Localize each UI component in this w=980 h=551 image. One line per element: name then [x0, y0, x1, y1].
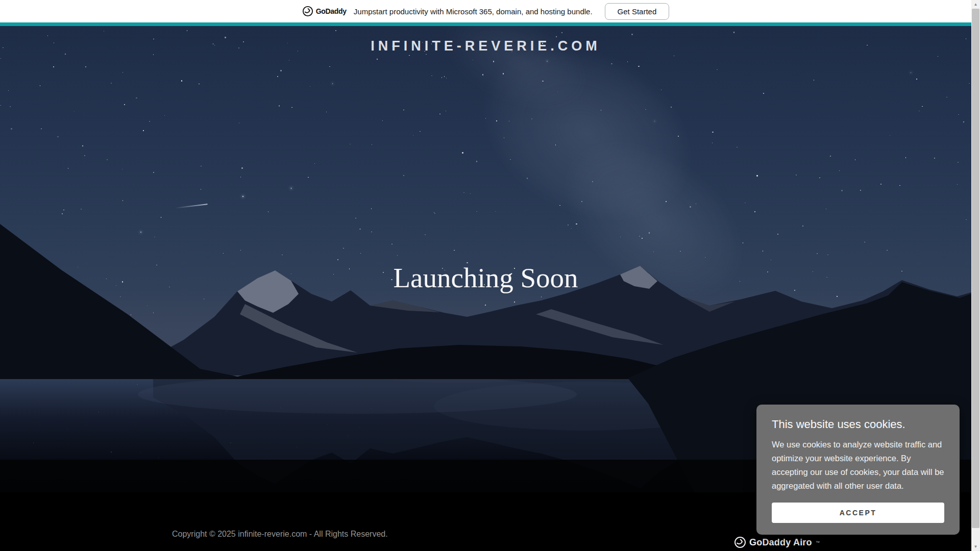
cookie-dialog-title: This website uses cookies. [772, 418, 944, 431]
cookie-consent-dialog: This website uses cookies. We use cookie… [756, 405, 960, 535]
vertical-scrollbar[interactable]: ▲ ▼ [971, 0, 980, 551]
banner-message: Jumpstart productivity with Microsoft 36… [354, 7, 593, 16]
godaddy-wordmark: GoDaddy [316, 7, 347, 15]
godaddy-airo-logo-icon [734, 536, 746, 548]
scroll-down-arrow-icon[interactable]: ▼ [971, 542, 980, 551]
site-title: INFINITE-REVERIE.COM [0, 38, 971, 54]
headline: Launching Soon [0, 261, 971, 295]
scrollbar-thumb[interactable] [972, 9, 979, 528]
copyright-text: Copyright © 2025 infinite-reverie.com - … [172, 530, 388, 539]
accent-divider [0, 22, 971, 26]
trademark-symbol: ™ [816, 540, 820, 545]
godaddy-airo-link[interactable]: GoDaddy Airo ™ [734, 536, 820, 548]
page: GoDaddy Jumpstart productivity with Micr… [0, 0, 980, 551]
scroll-up-arrow-icon[interactable]: ▲ [971, 0, 980, 9]
accept-cookies-button[interactable]: ACCEPT [772, 503, 944, 523]
get-started-button[interactable]: Get Started [605, 3, 670, 20]
godaddy-logo-icon [302, 6, 313, 17]
cookie-dialog-body: We use cookies to analyze website traffi… [772, 438, 944, 493]
promo-banner: GoDaddy Jumpstart productivity with Micr… [0, 0, 971, 22]
godaddy-airo-wordmark: GoDaddy Airo [749, 537, 812, 548]
godaddy-logo: GoDaddy [302, 6, 347, 17]
